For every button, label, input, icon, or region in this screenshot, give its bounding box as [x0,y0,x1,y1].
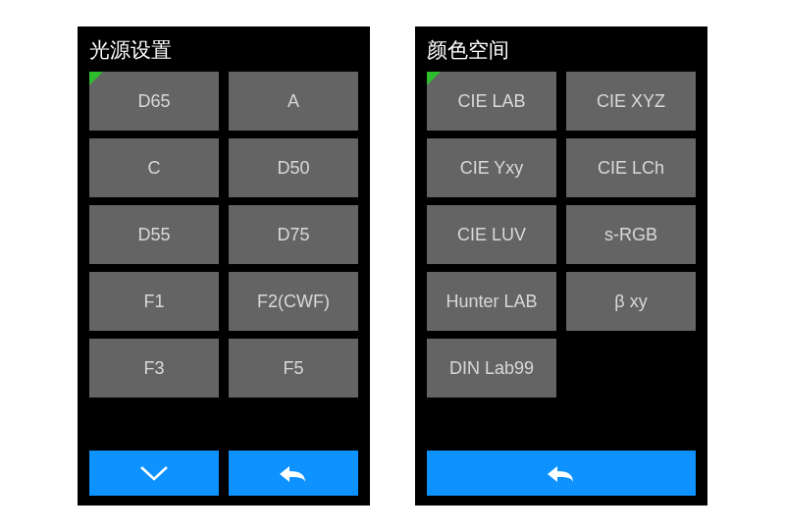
option-cie-lab[interactable]: CIE LAB [427,72,556,131]
option-f3[interactable]: F3 [89,339,219,398]
option-srgb[interactable]: s-RGB [566,205,696,264]
option-a[interactable]: A [229,72,358,131]
option-beta-xy[interactable]: β xy [566,272,696,331]
option-din-lab99[interactable]: DIN Lab99 [427,339,556,398]
panel-title: 光源设置 [78,27,370,72]
option-cie-luv[interactable]: CIE LUV [427,205,556,264]
light-source-panel: 光源设置 D65 A C D50 D55 D75 F1 F2(CWF) F3 F… [78,27,370,505]
option-cie-yxy[interactable]: CIE Yxy [427,138,556,197]
option-d75[interactable]: D75 [229,205,358,264]
options-area: D65 A C D50 D55 D75 F1 F2(CWF) F3 F5 [78,72,370,451]
options-grid: D65 A C D50 D55 D75 F1 F2(CWF) F3 F5 [89,72,358,398]
back-button[interactable] [229,451,358,496]
options-area: CIE LAB CIE XYZ CIE Yxy CIE LCh CIE LUV … [415,72,707,451]
panel-title: 颜色空间 [415,27,707,72]
back-arrow-icon [544,462,579,484]
option-hunter-lab[interactable]: Hunter LAB [427,272,556,331]
back-arrow-icon [276,462,311,484]
chevron-down-icon [137,463,171,483]
footer-bar [415,451,707,505]
options-grid: CIE LAB CIE XYZ CIE Yxy CIE LCh CIE LUV … [427,72,696,398]
option-d50[interactable]: D50 [229,138,358,197]
option-f1[interactable]: F1 [89,272,219,331]
back-button[interactable] [427,451,696,496]
scroll-down-button[interactable] [89,451,219,496]
footer-bar [78,451,370,505]
option-cie-lch[interactable]: CIE LCh [566,138,696,197]
selected-marker-icon [89,72,103,85]
option-f2cwf[interactable]: F2(CWF) [229,272,358,331]
option-d55[interactable]: D55 [89,205,219,264]
selected-marker-icon [427,72,441,85]
option-cie-xyz[interactable]: CIE XYZ [566,72,696,131]
option-d65[interactable]: D65 [89,72,219,131]
color-space-panel: 颜色空间 CIE LAB CIE XYZ CIE Yxy CIE LCh CIE… [415,27,707,505]
option-c[interactable]: C [89,138,219,197]
option-f5[interactable]: F5 [229,339,358,398]
